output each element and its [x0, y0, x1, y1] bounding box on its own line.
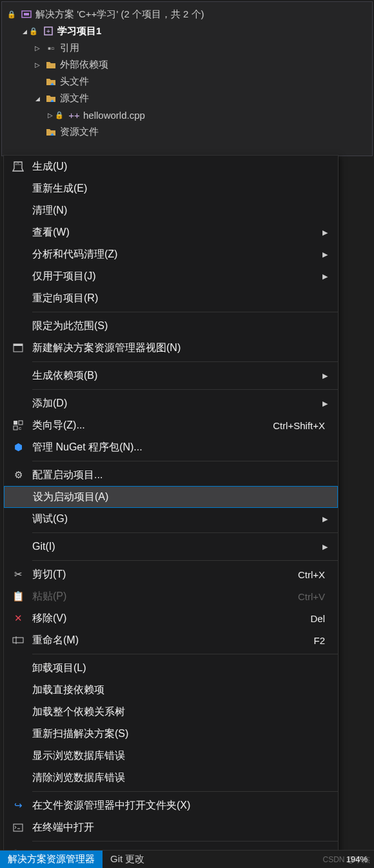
- nuget-icon: ⬢: [14, 441, 23, 453]
- source-files-label: 源文件: [60, 92, 89, 105]
- submenu-arrow-icon: ▶: [322, 515, 330, 523]
- scissors-icon: ✂: [14, 569, 23, 580]
- menu-project-only[interactable]: 仅用于项目(J)▶: [4, 265, 338, 287]
- svg-rect-7: [19, 421, 23, 425]
- external-deps-label: 外部依赖项: [60, 59, 108, 71]
- menu-load-all[interactable]: 加载整个依赖关系树: [4, 701, 338, 723]
- menu-debug[interactable]: 调试(G)▶: [4, 508, 338, 530]
- submenu-arrow-icon: ▶: [322, 372, 330, 380]
- submenu-arrow-icon: ▶: [322, 250, 330, 259]
- menu-view[interactable]: 查看(W)▶: [4, 221, 338, 243]
- menu-set-startup[interactable]: 设为启动项目(A): [4, 486, 338, 508]
- remove-icon: ✕: [14, 612, 23, 624]
- menu-separator: [32, 532, 338, 533]
- expand-arrow-icon[interactable]: [33, 61, 42, 68]
- menu-shortcut: F2: [313, 635, 330, 646]
- menu-separator: [32, 312, 338, 312]
- expand-arrow-icon[interactable]: [46, 112, 55, 119]
- solution-explorer-tree: 🔒 解决方案 'C++学习' (2 个项目，共 2 个) 🔒 + 学习项目1 ▪…: [1, 1, 373, 156]
- project-node[interactable]: 🔒 + 学习项目1: [7, 23, 372, 39]
- project-context-menu: 生成(U) 重新生成(E) 清理(N) 查看(W)▶ 分析和代码清理(Z)▶ 仅…: [3, 155, 339, 867]
- source-files-node[interactable]: 源文件: [7, 90, 372, 106]
- solution-icon: [20, 8, 33, 21]
- svg-text:c: c: [19, 425, 21, 430]
- references-icon: ▪▫: [44, 41, 57, 54]
- menu-clean[interactable]: 清理(N): [4, 199, 338, 221]
- menu-class-wizard[interactable]: c 类向导(Z)... Ctrl+Shift+X: [4, 414, 338, 436]
- menu-open-terminal[interactable]: 在终端中打开: [4, 816, 338, 838]
- menu-load-direct[interactable]: 加载直接依赖项: [4, 679, 338, 701]
- svg-text:+: +: [46, 28, 50, 35]
- menu-shortcut: Ctrl+Shift+X: [273, 420, 330, 431]
- references-node[interactable]: ▪▫ 引用: [7, 39, 372, 56]
- class-wizard-icon: c: [13, 420, 23, 430]
- menu-rescan[interactable]: 重新扫描解决方案(S): [4, 723, 338, 745]
- header-files-label: 头文件: [60, 76, 89, 88]
- folder-icon: [44, 58, 57, 71]
- menu-nuget[interactable]: ⬢ 管理 NuGet 程序包(N)...: [4, 436, 338, 458]
- build-icon: [12, 161, 24, 172]
- menu-rename[interactable]: 重命名(M) F2: [4, 629, 338, 651]
- menu-add[interactable]: 添加(D)▶: [4, 392, 338, 414]
- svg-rect-10: [13, 638, 23, 643]
- svg-rect-6: [14, 421, 17, 425]
- submenu-arrow-icon: ▶: [322, 228, 330, 237]
- menu-cut[interactable]: ✂ 剪切(T) Ctrl+X: [4, 563, 338, 585]
- submenu-arrow-icon: ▶: [322, 272, 330, 281]
- lock-icon: 🔒: [7, 10, 16, 19]
- menu-shortcut: Del: [310, 613, 330, 624]
- menu-separator: [32, 841, 338, 842]
- menu-rebuild[interactable]: 重新生成(E): [4, 177, 338, 199]
- references-label: 引用: [60, 42, 79, 54]
- svg-rect-1: [24, 13, 29, 15]
- submenu-arrow-icon: ▶: [322, 543, 330, 551]
- expand-arrow-icon[interactable]: [33, 95, 42, 102]
- cpp-file-node[interactable]: 🔒 ++ helloworld.cpp: [7, 106, 372, 123]
- menu-paste: 📋 粘贴(P) Ctrl+V: [4, 585, 338, 607]
- menu-build-deps[interactable]: 生成依赖项(B)▶: [4, 365, 338, 387]
- menu-remove[interactable]: ✕ 移除(V) Del: [4, 607, 338, 629]
- open-folder-icon: ↪: [14, 800, 23, 811]
- solution-label: 解决方案 'C++学习' (2 个项目，共 2 个): [35, 8, 204, 21]
- filter-folder-icon: [44, 75, 57, 88]
- menu-retarget[interactable]: 重定向项目(R): [4, 287, 338, 309]
- menu-separator: [32, 461, 338, 461]
- menu-separator: [32, 791, 338, 792]
- svg-rect-5: [14, 344, 23, 346]
- menu-git[interactable]: Git(I)▶: [4, 536, 338, 558]
- menu-unload[interactable]: 卸载项目(L): [4, 657, 338, 679]
- menu-open-explorer[interactable]: ↪ 在文件资源管理器中打开文件夹(X): [4, 794, 338, 816]
- menu-separator: [32, 560, 338, 561]
- menu-scope[interactable]: 限定为此范围(S): [4, 315, 338, 337]
- menu-build[interactable]: 生成(U): [4, 156, 338, 177]
- tab-git-changes[interactable]: Git 更改: [103, 851, 152, 868]
- svg-rect-8: [14, 426, 17, 430]
- paste-icon: 📋: [12, 590, 25, 602]
- external-deps-node[interactable]: 外部依赖项: [7, 56, 372, 73]
- cpp-file-label: helloworld.cpp: [83, 110, 145, 121]
- menu-clear-db-err[interactable]: 清除浏览数据库错误: [4, 767, 338, 789]
- menu-separator: [32, 654, 338, 654]
- lock-icon: 🔒: [29, 27, 38, 35]
- project-label: 学习项目1: [57, 25, 101, 37]
- gear-icon: ⚙: [14, 469, 23, 481]
- menu-show-db-err[interactable]: 显示浏览数据库错误: [4, 745, 338, 767]
- menu-shortcut: Ctrl+V: [298, 591, 330, 602]
- submenu-arrow-icon: ▶: [322, 399, 330, 408]
- menu-analyze[interactable]: 分析和代码清理(Z)▶: [4, 243, 338, 265]
- new-view-icon: [13, 343, 23, 352]
- menu-config-startup[interactable]: ⚙ 配置启动项目...: [4, 464, 338, 486]
- terminal-icon: [13, 823, 23, 832]
- bottom-tabs: 解决方案资源管理器 Git 更改: [0, 850, 374, 868]
- resource-files-label: 资源文件: [60, 126, 99, 138]
- resource-files-node[interactable]: 资源文件: [7, 123, 372, 140]
- menu-separator: [32, 389, 338, 390]
- tab-solution-explorer[interactable]: 解决方案资源管理器: [0, 851, 103, 868]
- menu-new-view[interactable]: 新建解决方案资源管理器视图(N): [4, 337, 338, 359]
- expand-arrow-icon[interactable]: [20, 28, 29, 35]
- expand-arrow-icon[interactable]: [33, 45, 42, 52]
- header-files-node[interactable]: 头文件: [7, 73, 372, 90]
- filter-folder-icon: [44, 92, 57, 105]
- cpp-file-icon: ++: [68, 108, 81, 121]
- solution-node[interactable]: 🔒 解决方案 'C++学习' (2 个项目，共 2 个): [7, 6, 372, 23]
